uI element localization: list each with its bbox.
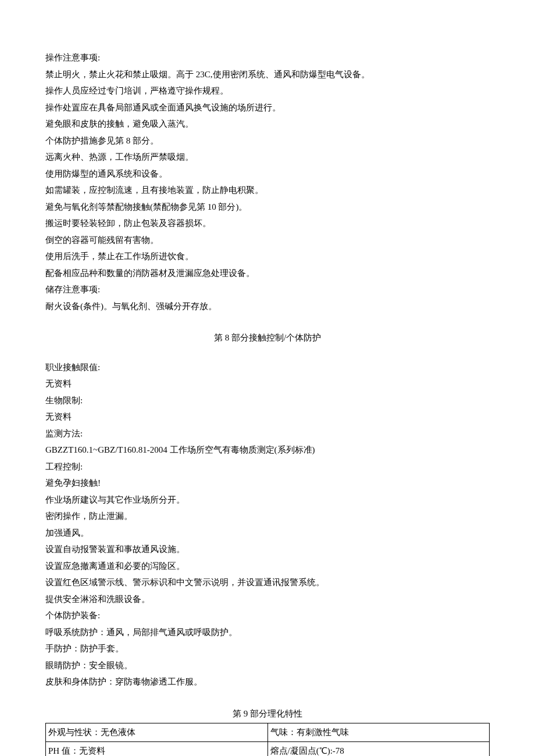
text-line: 职业接触限值: (45, 359, 490, 376)
text-line: 耐火设备(条件)。与氧化剂、强碱分开存放。 (45, 298, 490, 315)
text-line: 操作人员应经过专门培训，严格遵守操作规程。 (45, 83, 490, 99)
text-line: 提供安全淋浴和洗眼设备。 (45, 591, 490, 608)
text-line: 使用后洗手，禁止在工作场所进饮食。 (45, 248, 490, 265)
table-cell: 气味：有刺激性气味 (268, 723, 490, 742)
properties-table: 外观与性状：无色液体 气味：有刺激性气味 PH 值：无资料 熔点/凝固点(℃):… (45, 723, 490, 756)
text-line: 密闭操作，防止泄漏。 (45, 508, 490, 525)
text-line: 避免孕妇接触! (45, 475, 490, 492)
text-line: GBZZT160.1~GBZ/T160.81-2004 工作场所空气有毒物质测定… (45, 442, 490, 458)
text-line: 皮肤和身体防护：穿防毒物渗透工作服。 (45, 673, 490, 690)
text-line: 设置红色区域警示线、警示标识和中文警示说明，并设置通讯报警系统。 (45, 574, 490, 591)
section-8-body: 职业接触限值: 无资料 生物限制: 无资料 监测方法: GBZZT160.1~G… (45, 359, 490, 690)
section-9-title: 第 9 部分理化特性 (45, 705, 490, 722)
text-line: 生物限制: (45, 392, 490, 409)
text-line: 加强通风。 (45, 525, 490, 542)
text-line: 操作处置应在具备局部通风或全面通风换气设施的场所进行。 (45, 99, 490, 116)
text-line: 监测方法: (45, 425, 490, 442)
text-line: 避免眼和皮肤的接触，避免吸入蒸汽。 (45, 116, 490, 132)
text-line: 设置应急撤离通道和必要的泻险区。 (45, 558, 490, 575)
text-line: 倒空的容器可能残留有害物。 (45, 232, 490, 249)
text-line: 设置自动报警装置和事故通风设施。 (45, 541, 490, 558)
table-cell: PH 值：无资料 (46, 741, 268, 756)
text-line: 配备相应品种和数量的消防器材及泄漏应急处理设备。 (45, 265, 490, 282)
text-line: 远离火种、热源，工作场所严禁吸烟。 (45, 149, 490, 166)
text-line: 作业场所建议与其它作业场所分开。 (45, 492, 490, 508)
text-line: 呼吸系统防护：通风，局部排气通风或呼吸防护。 (45, 624, 490, 641)
text-line: 个体防护措施参见第 8 部分。 (45, 132, 490, 149)
section-7-body: 操作注意事项: 禁止明火，禁止火花和禁止吸烟。高于 23C,使用密闭系统、通风和… (45, 49, 490, 314)
text-line: 禁止明火，禁止火花和禁止吸烟。高于 23C,使用密闭系统、通风和防爆型电气设备。 (45, 66, 490, 83)
text-line: 无资料 (45, 375, 490, 392)
section-8-title: 第 8 部分接触控制/个体防护 (45, 329, 490, 346)
table-row: 外观与性状：无色液体 气味：有刺激性气味 (46, 723, 490, 742)
text-line: 无资料 (45, 409, 490, 425)
text-line: 避免与氧化剂等禁配物接触(禁配物参见第 10 部分)。 (45, 199, 490, 216)
text-line: 个体防护装备: (45, 607, 490, 624)
text-line: 手防护：防护手套。 (45, 640, 490, 657)
text-line: 如需罐装，应控制流速，且有接地装置，防止静电积聚。 (45, 182, 490, 199)
text-line: 操作注意事项: (45, 49, 490, 66)
text-line: 眼睛防护：安全眼镜。 (45, 657, 490, 674)
text-line: 搬运时要轻装轻卸，防止包装及容器损坏。 (45, 215, 490, 232)
table-cell: 熔点/凝固点(℃):-78 (268, 741, 490, 756)
text-line: 储存注意事项: (45, 281, 490, 298)
table-cell: 外观与性状：无色液体 (46, 723, 268, 742)
text-line: 工程控制: (45, 458, 490, 475)
table-row: PH 值：无资料 熔点/凝固点(℃):-78 (46, 741, 490, 756)
text-line: 使用防爆型的通风系统和设备。 (45, 166, 490, 182)
